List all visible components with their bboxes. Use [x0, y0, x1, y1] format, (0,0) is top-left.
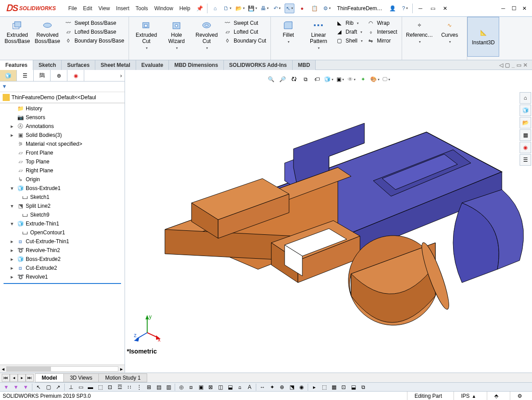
- expand-arrow-icon[interactable]: ▸: [11, 256, 15, 262]
- hole-wizard-button[interactable]: Hole Wizard: [162, 19, 191, 52]
- close-icon[interactable]: ✕: [520, 4, 529, 13]
- print-icon[interactable]: 🖶: [260, 4, 270, 13]
- bb-f6[interactable]: ☲: [115, 383, 124, 391]
- bb-i3[interactable]: ▦: [329, 383, 338, 391]
- display-mgr-tab[interactable]: ◉: [67, 70, 84, 81]
- bb-f8[interactable]: ⋮: [135, 383, 144, 391]
- minimize-icon[interactable]: ─: [498, 4, 508, 13]
- draft-button[interactable]: ◢Draft: [334, 27, 364, 36]
- design-lib-tab[interactable]: 🧊: [520, 105, 531, 116]
- menu-edit[interactable]: Edit: [83, 5, 92, 12]
- fillet-button[interactable]: Fillet: [274, 19, 303, 46]
- expand-arrow-icon[interactable]: ▸: [11, 274, 15, 280]
- tree-item[interactable]: ▸➰Revolve1: [0, 272, 125, 281]
- tree-item[interactable]: ▾⬔Split Line2: [0, 202, 125, 210]
- tab-sheetmetal[interactable]: Sheet Metal: [95, 60, 136, 70]
- menu-tools[interactable]: Tools: [136, 5, 148, 12]
- tree-hscroll[interactable]: ◂ ▸: [0, 365, 125, 373]
- shell-button[interactable]: ▢Shell: [334, 36, 364, 45]
- lofted-boss-button[interactable]: ▱Lofted Boss/Base: [63, 27, 126, 36]
- bb-g7[interactable]: ⩍: [235, 383, 244, 391]
- bb-g2[interactable]: ⧈: [187, 383, 196, 391]
- bb-i1[interactable]: ▸: [310, 383, 319, 391]
- select-icon[interactable]: ↖: [285, 4, 294, 13]
- dimxpert-tab[interactable]: ⊕: [51, 70, 67, 81]
- close-view-icon[interactable]: ✕: [523, 62, 528, 68]
- bb-i5[interactable]: ⬓: [349, 383, 358, 391]
- tree-item[interactable]: 📷Sensors: [0, 113, 125, 122]
- instant3d-button[interactable]: 📐 Instant3D: [467, 17, 499, 57]
- bb-i2[interactable]: ⬚: [320, 383, 329, 391]
- tree-root[interactable]: ThinFeatureDemo (Default<<Defaul: [0, 92, 125, 103]
- bb-f9[interactable]: ⊞: [145, 383, 153, 391]
- expand-arrow-icon[interactable]: ▾: [11, 185, 15, 191]
- open-icon[interactable]: 📂: [235, 4, 245, 13]
- prev-doc-icon[interactable]: ◁: [499, 62, 503, 68]
- tree-item[interactable]: ▾🧊Boss-Extrude1: [0, 184, 125, 193]
- file-explorer-tab[interactable]: 📂: [520, 117, 531, 128]
- bb-h4[interactable]: ⬔: [287, 383, 296, 391]
- bb-h5[interactable]: ◉: [297, 383, 306, 391]
- mdl-first-icon[interactable]: ⏮: [2, 374, 10, 382]
- curves-button[interactable]: ∿ Curves: [435, 19, 464, 46]
- tree-item[interactable]: ▸⧈Cut-Extrude2: [0, 264, 125, 272]
- tree-filter[interactable]: ▼: [0, 82, 125, 92]
- expand-arrow-icon[interactable]: ▸: [11, 247, 15, 253]
- undo-icon[interactable]: ↶: [272, 4, 282, 13]
- menu-view[interactable]: View: [98, 5, 110, 12]
- tab-sketch[interactable]: Sketch: [33, 60, 62, 70]
- swept-cut-button[interactable]: 〰Swept Cut: [222, 19, 268, 27]
- wrap-button[interactable]: ◠Wrap: [365, 19, 399, 27]
- tree-item[interactable]: ▱Front Plane: [0, 148, 125, 157]
- appearances-tab[interactable]: ◉: [520, 142, 531, 153]
- tree-item[interactable]: ▸▣Solid Bodies(3): [0, 131, 125, 140]
- tree-item[interactable]: ⌴Sketch9: [0, 210, 125, 219]
- expand-arrow-icon[interactable]: ▸: [11, 238, 15, 245]
- menu-window[interactable]: Window: [154, 5, 173, 12]
- bb-sel1[interactable]: ↖: [34, 383, 43, 391]
- bb-sel2[interactable]: ▢: [44, 383, 53, 391]
- status-custom[interactable]: ⬘: [487, 392, 505, 400]
- tree-item[interactable]: ⌴Sketch1: [0, 193, 125, 202]
- bb-g3[interactable]: ▣: [196, 383, 205, 391]
- rebuild-icon[interactable]: ●: [297, 4, 307, 13]
- bb-g5[interactable]: ◫: [216, 383, 225, 391]
- tab-addins[interactable]: SOLIDWORKS Add-Ins: [224, 60, 293, 70]
- custom-props-tab[interactable]: ☰: [520, 154, 531, 166]
- bb-f7[interactable]: ∷: [125, 383, 134, 391]
- tree-item[interactable]: ⚞Material <not specified>: [0, 140, 125, 148]
- bb-1[interactable]: ▼: [2, 383, 11, 391]
- bb-sel3[interactable]: ↗: [54, 383, 63, 391]
- bb-g6[interactable]: ⬓: [226, 383, 235, 391]
- document-title[interactable]: ThinFeatureDem…: [337, 5, 382, 12]
- linpat-button[interactable]: Linear Pattern: [304, 19, 333, 52]
- intersect-button[interactable]: ⬨Intersect: [365, 27, 399, 36]
- bb-f1[interactable]: ⊥: [66, 383, 75, 391]
- tab-evaluate[interactable]: Evaluate: [136, 60, 169, 70]
- mirror-button[interactable]: ⇋Mirror: [365, 36, 399, 45]
- save-icon[interactable]: 💾: [247, 4, 257, 13]
- expand-arrow-icon[interactable]: ▸: [11, 132, 15, 138]
- next-doc-icon[interactable]: ▢: [505, 62, 510, 68]
- expand-arrow-icon[interactable]: ▾: [11, 221, 15, 227]
- bb-f3[interactable]: ▬: [86, 383, 95, 391]
- tree-item[interactable]: ⌴OpenContour1: [0, 228, 125, 237]
- bb-f2[interactable]: ▭: [76, 383, 85, 391]
- tree-item[interactable]: ▱Top Plane: [0, 157, 125, 166]
- maximize-icon[interactable]: ☐: [509, 4, 519, 13]
- bb-g4[interactable]: ⊠: [206, 383, 215, 391]
- bb-i6[interactable]: ⧉: [359, 383, 368, 391]
- new-icon[interactable]: 🗋: [223, 4, 232, 13]
- min-view-icon[interactable]: _: [512, 62, 515, 68]
- lofted-cut-button[interactable]: ▱Lofted Cut: [222, 27, 268, 36]
- expand-arrow-icon[interactable]: ▸: [11, 265, 15, 271]
- revolved-cut-button[interactable]: Revolved Cut: [192, 19, 221, 52]
- bb-i4[interactable]: ⊡: [339, 383, 348, 391]
- tree-item[interactable]: ▸⧈Cut-Extrude-Thin1: [0, 237, 125, 246]
- menu-file[interactable]: File: [68, 5, 77, 12]
- swept-boss-button[interactable]: 〰Swept Boss/Base: [63, 19, 126, 27]
- mdi-close-icon[interactable]: ✕: [440, 4, 450, 13]
- rib-button[interactable]: ◣Rib: [334, 19, 364, 27]
- menu-insert[interactable]: Insert: [116, 5, 129, 12]
- tree-item[interactable]: ▸➰Revolve-Thin2: [0, 246, 125, 255]
